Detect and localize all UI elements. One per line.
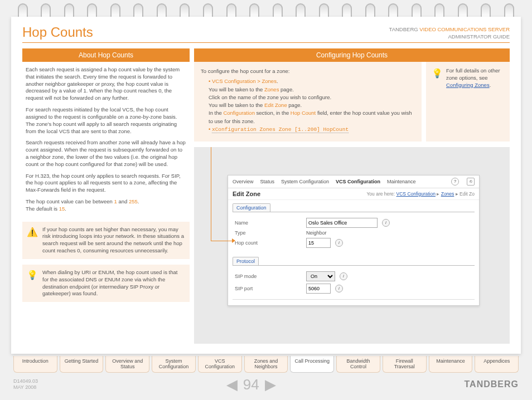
tab-status[interactable]: Status xyxy=(260,179,275,184)
product-header: TANDBERG VIDEO COMMUNICATIONS SERVER ADM… xyxy=(389,26,510,40)
type-value: Neighbor xyxy=(306,230,327,236)
sip-mode-label: SIP mode xyxy=(235,274,302,279)
warning-box: ⚠️ If your hop counts are set higher tha… xyxy=(22,222,190,259)
nav-bandwidth-control[interactable]: Bandwidth Control xyxy=(336,356,380,373)
nav-firewall-traversal[interactable]: Firewall Traversal xyxy=(383,356,427,373)
name-field[interactable] xyxy=(306,218,378,228)
sip-port-field[interactable] xyxy=(306,284,331,294)
dialog-title: Edit Zone xyxy=(233,191,260,197)
doc-id: D14049.03 MAY 2008 xyxy=(13,378,38,391)
brand-logo: TANDBERG xyxy=(465,379,519,389)
breadcrumb: You are here: VCS Configuration ▸ Zones … xyxy=(366,191,475,197)
config-steps: To configure the hop count for a zone: V… xyxy=(194,62,422,142)
spiral-binding xyxy=(0,0,532,17)
screenshot-area: Overview Status System Configuration VCS… xyxy=(194,147,510,344)
section-nav-tabs: Introduction Getting Started Overview an… xyxy=(13,356,519,373)
logout-icon[interactable]: ⎋ xyxy=(467,178,475,186)
page-sheet: Hop Counts TANDBERG VIDEO COMMUNICATIONS… xyxy=(11,17,521,354)
inner-tab-configuration[interactable]: Configuration xyxy=(233,203,270,212)
configure-section-header: Configuring Hop Counts xyxy=(194,48,510,62)
inner-tab-protocol[interactable]: Protocol xyxy=(233,257,259,265)
info-icon[interactable]: i xyxy=(335,239,343,247)
info-icon[interactable]: i xyxy=(340,272,347,280)
type-label: Type xyxy=(235,230,302,236)
warning-icon: ⚠️ xyxy=(27,226,38,255)
hop-count-field[interactable] xyxy=(306,238,331,248)
sip-port-label: SIP port xyxy=(235,286,302,291)
dialog-main-tabs: Overview Status System Configuration VCS… xyxy=(228,175,479,188)
step-nav-path: VCS Configuration > Zones. You will be t… xyxy=(209,77,415,125)
help-icon[interactable]: ? xyxy=(451,178,459,186)
tab-vcs-config[interactable]: VCS Configuration xyxy=(336,179,380,184)
name-label: Name xyxy=(235,220,302,226)
lightbulb-icon: 💡 xyxy=(432,67,443,136)
nav-getting-started[interactable]: Getting Started xyxy=(60,356,104,373)
nav-vcs-config[interactable]: VCS Configuration xyxy=(198,356,242,373)
about-body: Each search request is assigned a hop co… xyxy=(22,62,190,222)
next-page-icon[interactable]: ▶ xyxy=(265,376,276,393)
prev-page-icon[interactable]: ◀ xyxy=(226,376,238,393)
step-command: xConfiguration Zones Zone [1..200] HopCo… xyxy=(209,125,415,134)
nav-maintenance[interactable]: Maintenance xyxy=(429,356,473,373)
nav-system-config[interactable]: System Configuration xyxy=(152,356,196,373)
nav-zones-neighbors[interactable]: Zones and Neighbors xyxy=(244,356,288,373)
nav-call-processing[interactable]: Call Processing xyxy=(290,356,334,373)
tip-box-1: 💡 When dialing by URI or ENUM, the hop c… xyxy=(22,265,190,302)
nav-overview-status[interactable]: Overview and Status xyxy=(105,356,149,373)
sip-mode-select[interactable]: On xyxy=(306,271,335,281)
page-number: 94 xyxy=(243,376,259,393)
tab-overview[interactable]: Overview xyxy=(233,179,254,184)
tab-maintenance[interactable]: Maintenance xyxy=(387,179,416,184)
about-section-header: About Hop Counts xyxy=(22,48,190,62)
torn-edge xyxy=(233,299,475,305)
crumb-zones[interactable]: Zones xyxy=(441,191,454,197)
nav-introduction[interactable]: Introduction xyxy=(13,356,57,373)
lightbulb-icon: 💡 xyxy=(27,269,38,297)
page-title: Hop Counts xyxy=(22,25,93,40)
info-icon[interactable]: i xyxy=(335,285,343,292)
edit-zone-dialog: Overview Status System Configuration VCS… xyxy=(228,175,480,306)
nav-appendices[interactable]: Appendices xyxy=(475,356,519,373)
configuring-zones-link[interactable]: Configuring Zones xyxy=(446,82,490,88)
hop-count-label: Hop count xyxy=(235,240,302,246)
crumb-vcs-config[interactable]: VCS Configuration xyxy=(396,191,436,197)
callout-arrow-icon xyxy=(232,238,235,243)
callout-line xyxy=(211,147,235,241)
tab-system-config[interactable]: System Configuration xyxy=(281,179,329,184)
info-icon[interactable]: i xyxy=(382,219,390,227)
pager: ◀ 94 ▶ xyxy=(226,376,276,393)
side-tip: 💡 For full details on other zone options… xyxy=(426,62,510,142)
